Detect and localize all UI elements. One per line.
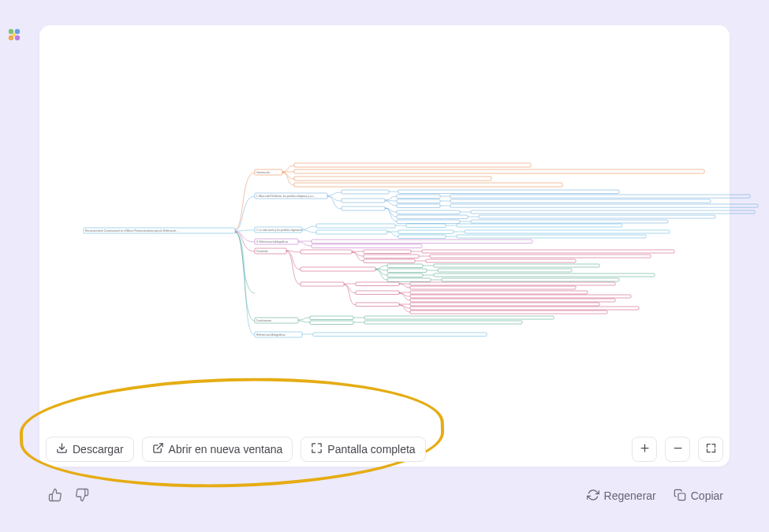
svg-rect-33 [316, 224, 395, 228]
copy-label: Copiar [691, 489, 723, 502]
svg-rect-11 [294, 177, 491, 180]
svg-rect-9 [294, 163, 531, 167]
toolbar: Descargar Abrir en nueva ventana [46, 437, 723, 461]
refresh-icon [587, 489, 599, 504]
svg-rect-28 [471, 210, 755, 214]
svg-point-3 [15, 35, 20, 40]
svg-rect-36 [398, 230, 454, 234]
svg-rect-68 [410, 286, 576, 289]
svg-rect-18 [398, 190, 619, 194]
svg-rect-71 [410, 299, 615, 302]
svg-text:1. Marco del Problema: los pue: 1. Marco del Problema: los pueblos indíg… [256, 195, 315, 198]
svg-rect-47 [301, 250, 352, 254]
download-icon [56, 442, 68, 456]
svg-rect-23 [450, 199, 711, 203]
svg-rect-89 [678, 493, 685, 500]
copy-button[interactable]: Copiar [674, 489, 723, 504]
download-label: Descargar [73, 443, 124, 456]
mindmap-viewport[interactable]: .nlabel { font: 3.2px sans-serif; fill:#… [83, 155, 761, 348]
svg-rect-70 [410, 295, 631, 298]
svg-rect-17 [342, 206, 385, 210]
svg-point-0 [9, 29, 13, 34]
zoom-out-button[interactable] [665, 437, 690, 462]
svg-rect-34 [316, 230, 387, 234]
svg-rect-21 [397, 204, 440, 208]
fit-view-button[interactable] [698, 437, 723, 462]
svg-rect-62 [442, 278, 619, 281]
svg-rect-64 [356, 282, 399, 286]
svg-rect-22 [450, 195, 750, 198]
fit-icon [705, 442, 717, 457]
svg-rect-15 [342, 190, 389, 194]
svg-rect-40 [457, 235, 646, 238]
svg-rect-57 [387, 273, 423, 277]
svg-rect-12 [294, 183, 562, 187]
external-link-icon [152, 442, 164, 456]
thumbs-up-button[interactable] [46, 486, 65, 505]
svg-text:Reconocimiento Constitucional : Reconocimiento Constitucional en el Marc… [85, 229, 179, 233]
svg-rect-83 [313, 333, 487, 337]
svg-rect-20 [397, 199, 440, 203]
thumbs-down-button[interactable] [73, 486, 91, 505]
svg-rect-49 [364, 255, 419, 259]
regenerate-label: Regenerar [604, 489, 656, 502]
svg-text:Contenido: Contenido [256, 250, 268, 253]
svg-rect-79 [364, 316, 554, 319]
svg-rect-30 [471, 220, 668, 223]
svg-rect-37 [398, 235, 446, 239]
svg-rect-50 [364, 259, 415, 263]
svg-text:Conclusiones: Conclusiones [256, 319, 272, 322]
thumbs-up-icon [48, 488, 62, 504]
fullscreen-button[interactable]: Pantalla completa [301, 437, 425, 462]
svg-line-85 [157, 444, 162, 449]
svg-rect-56 [387, 269, 427, 273]
svg-rect-73 [410, 307, 639, 310]
svg-rect-16 [342, 199, 385, 203]
zoom-in-button[interactable] [632, 437, 657, 462]
svg-rect-38 [457, 224, 622, 227]
open-new-window-button[interactable]: Abrir en nueva ventana [142, 437, 293, 462]
svg-text:2. La educación y los pueblos : 2. La educación y los pueblos originario… [256, 229, 302, 232]
svg-rect-51 [422, 250, 674, 253]
svg-rect-72 [410, 303, 599, 306]
svg-rect-78 [310, 321, 353, 325]
svg-rect-26 [397, 215, 468, 219]
svg-rect-19 [397, 195, 440, 199]
app-logo [6, 27, 22, 43]
svg-rect-59 [434, 264, 599, 267]
svg-rect-48 [364, 250, 411, 254]
copy-icon [674, 489, 686, 504]
svg-rect-44 [312, 244, 422, 248]
svg-rect-10 [294, 169, 704, 173]
svg-rect-43 [312, 240, 532, 244]
svg-rect-53 [426, 259, 576, 262]
svg-rect-54 [301, 267, 375, 271]
open-new-window-label: Abrir en nueva ventana [169, 443, 283, 456]
svg-rect-29 [479, 215, 715, 218]
thumbs-down-icon [75, 488, 89, 504]
svg-rect-61 [434, 273, 655, 277]
svg-rect-65 [356, 291, 399, 295]
fullscreen-label: Pantalla completa [327, 443, 415, 456]
svg-rect-63 [301, 282, 344, 286]
svg-text:Introducción: Introducción [256, 171, 271, 174]
svg-rect-60 [438, 269, 572, 272]
footer-bar: Regenerar Copiar [46, 485, 723, 507]
minus-icon [672, 442, 684, 457]
svg-rect-24 [450, 204, 758, 207]
svg-point-1 [15, 29, 20, 34]
svg-rect-67 [410, 282, 615, 285]
regenerate-button[interactable]: Regenerar [587, 489, 656, 504]
svg-rect-80 [364, 321, 522, 324]
svg-text:Referencias bibliográficas: Referencias bibliográficas [256, 333, 286, 337]
svg-rect-52 [430, 255, 651, 258]
svg-rect-69 [410, 291, 588, 294]
svg-text:3. Referencias bibliográficas: 3. Referencias bibliográficas [256, 240, 288, 244]
svg-rect-77 [310, 316, 353, 320]
svg-rect-58 [387, 278, 431, 282]
fullscreen-icon [311, 442, 323, 456]
svg-rect-25 [397, 210, 460, 214]
svg-rect-74 [410, 311, 607, 314]
download-button[interactable]: Descargar [46, 437, 134, 462]
svg-point-4 [13, 33, 17, 37]
